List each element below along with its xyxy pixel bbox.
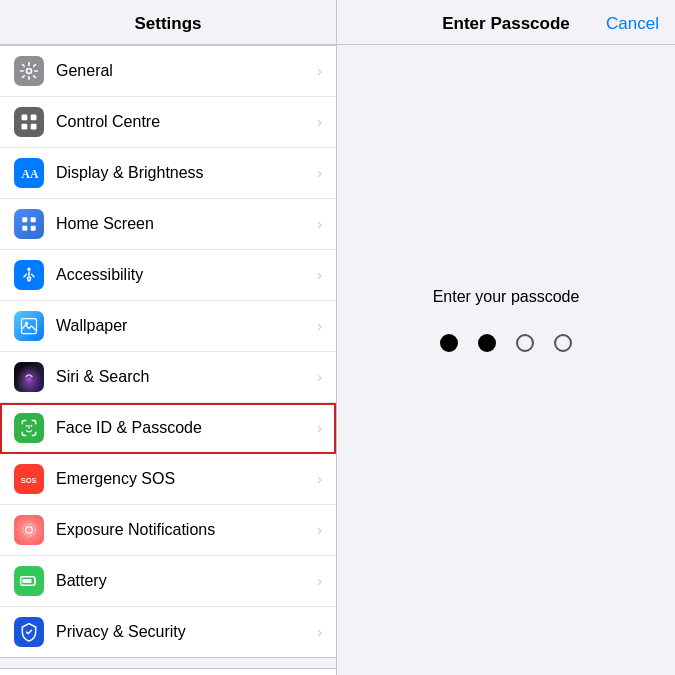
general-chevron: › <box>317 63 322 79</box>
passcode-prompt: Enter your passcode <box>433 288 580 306</box>
emergency-sos-label: Emergency SOS <box>56 470 311 488</box>
settings-item-emergency-sos[interactable]: SOS Emergency SOS › <box>0 454 336 505</box>
privacy-security-label: Privacy & Security <box>56 623 311 641</box>
settings-item-privacy-security[interactable]: Privacy & Security › <box>0 607 336 657</box>
exposure-notifications-label: Exposure Notifications <box>56 521 311 539</box>
svg-point-16 <box>23 524 36 537</box>
accessibility-icon <box>14 260 44 290</box>
passcode-panel: Enter Passcode Cancel Enter your passcod… <box>337 0 675 675</box>
svg-rect-2 <box>31 115 37 121</box>
control-centre-label: Control Centre <box>56 113 311 131</box>
settings-item-wallpaper[interactable]: Wallpaper › <box>0 301 336 352</box>
svg-point-10 <box>27 268 30 271</box>
settings-title: Settings <box>134 14 201 33</box>
general-label: General <box>56 62 311 80</box>
settings-panel: Settings General › <box>0 0 337 675</box>
svg-text:AA: AA <box>22 168 39 181</box>
passcode-dot-3 <box>516 334 534 352</box>
settings-item-siri-search[interactable]: Siri & Search › <box>0 352 336 403</box>
siri-search-chevron: › <box>317 369 322 385</box>
svg-rect-11 <box>22 319 37 334</box>
face-id-passcode-label: Face ID & Passcode <box>56 419 311 437</box>
svg-rect-7 <box>31 217 36 222</box>
display-brightness-label: Display & Brightness <box>56 164 311 182</box>
display-brightness-icon: AA <box>14 158 44 188</box>
passcode-dot-1 <box>440 334 458 352</box>
svg-rect-8 <box>22 226 27 231</box>
wallpaper-label: Wallpaper <box>56 317 311 335</box>
control-centre-icon <box>14 107 44 137</box>
settings-item-display-brightness[interactable]: AA Display & Brightness › <box>0 148 336 199</box>
battery-label: Battery <box>56 572 311 590</box>
display-brightness-chevron: › <box>317 165 322 181</box>
settings-list: General › Control Centre › <box>0 45 336 675</box>
svg-rect-4 <box>31 124 37 130</box>
settings-group-1: General › Control Centre › <box>0 45 336 658</box>
svg-rect-1 <box>22 115 28 121</box>
home-screen-label: Home Screen <box>56 215 311 233</box>
passcode-dot-4 <box>554 334 572 352</box>
settings-item-face-id-passcode[interactable]: Face ID & Passcode › <box>0 403 336 454</box>
settings-item-battery[interactable]: Battery › <box>0 556 336 607</box>
privacy-security-chevron: › <box>317 624 322 640</box>
home-screen-icon <box>14 209 44 239</box>
passcode-header: Enter Passcode Cancel <box>337 0 675 45</box>
exposure-notifications-icon <box>14 515 44 545</box>
settings-item-general[interactable]: General › <box>0 46 336 97</box>
accessibility-chevron: › <box>317 267 322 283</box>
wallpaper-chevron: › <box>317 318 322 334</box>
settings-group-2: App Store › Wallet › <box>0 668 336 675</box>
siri-search-label: Siri & Search <box>56 368 311 386</box>
general-icon <box>14 56 44 86</box>
svg-rect-18 <box>22 579 31 583</box>
face-id-passcode-chevron: › <box>317 420 322 436</box>
settings-item-home-screen[interactable]: Home Screen › <box>0 199 336 250</box>
cancel-button[interactable]: Cancel <box>606 14 659 34</box>
wallpaper-icon <box>14 311 44 341</box>
passcode-body: Enter your passcode <box>337 45 675 675</box>
home-screen-chevron: › <box>317 216 322 232</box>
control-centre-chevron: › <box>317 114 322 130</box>
svg-text:SOS: SOS <box>21 476 37 485</box>
svg-point-0 <box>27 69 32 74</box>
svg-point-15 <box>26 527 33 534</box>
passcode-dots <box>440 334 572 352</box>
settings-item-exposure-notifications[interactable]: Exposure Notifications › <box>0 505 336 556</box>
battery-icon <box>14 566 44 596</box>
svg-point-13 <box>23 375 35 383</box>
passcode-dot-2 <box>478 334 496 352</box>
settings-item-control-centre[interactable]: Control Centre › <box>0 97 336 148</box>
emergency-sos-icon: SOS <box>14 464 44 494</box>
settings-item-accessibility[interactable]: Accessibility › <box>0 250 336 301</box>
svg-rect-3 <box>22 124 28 130</box>
svg-rect-9 <box>31 226 36 231</box>
privacy-security-icon <box>14 617 44 647</box>
exposure-notifications-chevron: › <box>317 522 322 538</box>
passcode-title: Enter Passcode <box>442 14 570 34</box>
accessibility-label: Accessibility <box>56 266 311 284</box>
siri-search-icon <box>14 362 44 392</box>
battery-chevron: › <box>317 573 322 589</box>
emergency-sos-chevron: › <box>317 471 322 487</box>
svg-rect-6 <box>22 217 27 222</box>
face-id-passcode-icon <box>14 413 44 443</box>
settings-header: Settings <box>0 0 336 45</box>
settings-item-app-store[interactable]: App Store › <box>0 669 336 675</box>
